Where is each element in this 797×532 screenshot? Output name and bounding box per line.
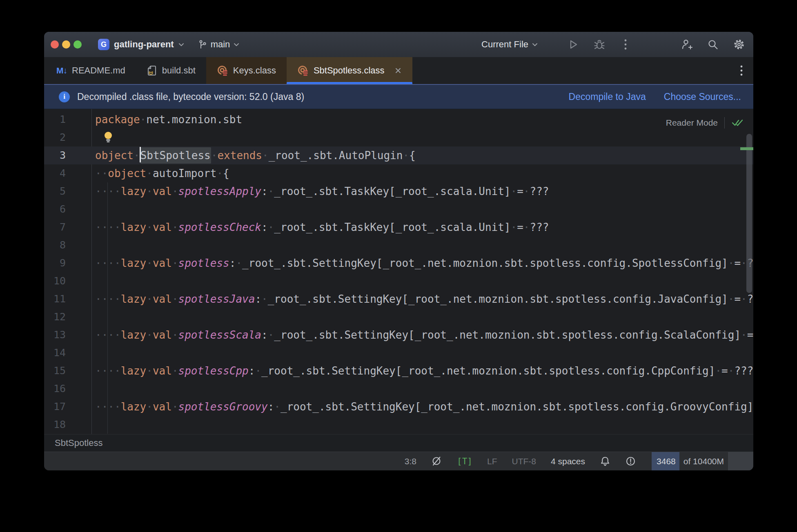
more-actions-button[interactable] <box>619 38 632 51</box>
line-number[interactable]: 3 <box>44 146 91 164</box>
code-line[interactable]: 12 <box>44 308 753 326</box>
error-stripe-mark[interactable] <box>740 147 753 150</box>
code-line[interactable]: 10 <box>44 272 753 290</box>
line-number[interactable]: 5 <box>44 182 91 200</box>
search-everywhere-button[interactable] <box>707 38 719 51</box>
notifications-bell-icon <box>600 456 610 467</box>
code-line-text: ····lazy·val·spotlessApply:·_root_.sbt.T… <box>91 182 549 200</box>
tab-sbtspotless-class[interactable]: SbtSpotless.class <box>287 57 412 84</box>
code-line-text <box>91 344 95 362</box>
indent-widget[interactable]: 4 spaces <box>551 452 585 470</box>
project-icon: G <box>98 39 109 50</box>
code-line[interactable]: 8 <box>44 236 753 254</box>
more-icon <box>740 65 743 76</box>
code-line[interactable]: 1package·net.moznion.sbt <box>44 111 753 129</box>
code-line[interactable]: 4··object·autoImport·{ <box>44 164 753 182</box>
code-line[interactable]: 14 <box>44 344 753 362</box>
zoom-window-button[interactable] <box>73 40 82 49</box>
title-bar: G gatling-parent main Curre <box>44 32 753 57</box>
line-number[interactable]: 6 <box>44 200 91 218</box>
run-configuration-selector[interactable]: Current File <box>481 39 538 50</box>
choose-sources-link[interactable]: Choose Sources... <box>664 91 741 102</box>
reader-mode-label: Reader Mode <box>666 114 718 132</box>
branch-name: main <box>211 39 230 50</box>
code-line[interactable]: 6 <box>44 200 753 218</box>
code-line[interactable]: 16 <box>44 380 753 398</box>
line-number[interactable]: 2 <box>44 129 91 146</box>
line-number[interactable]: 9 <box>44 254 91 272</box>
caret-position-widget[interactable]: 3:8 <box>405 452 416 470</box>
line-number[interactable]: 8 <box>44 236 91 254</box>
line-number[interactable]: 18 <box>44 416 91 434</box>
code-with-me-button[interactable] <box>681 38 693 51</box>
notifications-button[interactable] <box>600 452 610 470</box>
highlighting-level-widget[interactable] <box>431 452 442 470</box>
debug-icon <box>594 39 605 50</box>
line-number[interactable]: 13 <box>44 326 91 344</box>
divider <box>724 117 725 129</box>
memory-total: of 10400M <box>679 457 728 466</box>
line-number[interactable]: 1 <box>44 111 91 129</box>
code-line-text <box>91 308 95 326</box>
code-line[interactable]: 9····lazy·val·spotless:·_root_.sbt.Setti… <box>44 254 753 272</box>
inspections-ok-icon[interactable] <box>731 118 744 127</box>
decompiled-class-icon <box>217 65 228 76</box>
vcs-branch-widget[interactable]: main <box>198 39 240 50</box>
code-line[interactable]: 2 <box>44 129 753 146</box>
ide-window: G gatling-parent main Curre <box>44 32 753 470</box>
code-line[interactable]: 17····lazy·val·spotlessGroovy:·_root_.sb… <box>44 398 753 416</box>
code-line[interactable]: 15····lazy·val·spotlessCpp:·_root_.sbt.S… <box>44 362 753 380</box>
code-line[interactable]: 11····lazy·val·spotlessJava:·_root_.sbt.… <box>44 290 753 308</box>
close-window-button[interactable] <box>51 40 59 49</box>
code-line[interactable]: 18 <box>44 416 753 434</box>
encoding-widget[interactable]: UTF-8 <box>512 452 536 470</box>
debug-button[interactable] <box>593 38 606 51</box>
chevron-down-icon <box>178 43 184 47</box>
project-widget[interactable]: G gatling-parent <box>98 39 184 50</box>
translation-widget[interactable]: [T] <box>457 452 472 470</box>
decompiler-banner: i Decompiled .class file, bytecode versi… <box>44 84 753 109</box>
line-number[interactable]: 12 <box>44 308 91 326</box>
close-icon <box>394 67 402 74</box>
vertical-scrollbar[interactable] <box>746 134 752 293</box>
warning-circle-icon <box>625 456 636 467</box>
line-ending-widget[interactable]: LF <box>487 452 497 470</box>
code-line-text <box>91 272 95 290</box>
code-line[interactable]: 5····lazy·val·spotlessApply:·_root_.sbt.… <box>44 182 753 200</box>
code-line[interactable]: 13····lazy·val·spotlessScala:·_root_.sbt… <box>44 326 753 344</box>
code-line-text <box>91 200 95 218</box>
active-tab-indicator <box>287 82 412 84</box>
settings-button[interactable] <box>733 38 745 51</box>
line-number[interactable]: 10 <box>44 272 91 290</box>
code-line-text: ····lazy·val·spotlessCpp:·_root_.sbt.Set… <box>91 362 753 380</box>
breadcrumb-item[interactable]: SbtSpotless <box>55 438 102 448</box>
info-icon: i <box>59 91 70 102</box>
minimize-window-button[interactable] <box>62 40 70 49</box>
close-tab-button[interactable] <box>394 67 402 74</box>
code-line[interactable]: 3object·SbtSpotless·extends·_root_.sbt.A… <box>44 146 753 164</box>
tab-build-sbt[interactable]: build.sbt <box>136 57 206 84</box>
code-line-text <box>91 380 95 398</box>
code-line-text: package·net.moznion.sbt <box>91 111 242 129</box>
intention-bulb-icon[interactable] <box>103 131 113 143</box>
memory-indicator[interactable]: 3468 of 10400M <box>652 452 753 470</box>
code-editor[interactable]: 1package·net.moznion.sbt2 3object·SbtSpo… <box>44 109 753 434</box>
sbt-file-icon <box>147 65 157 76</box>
problems-widget[interactable] <box>625 452 636 470</box>
tab-keys-class[interactable]: Keys.class <box>206 57 287 84</box>
line-number[interactable]: 7 <box>44 218 91 236</box>
tab-readme-md[interactable]: M↓ README.md <box>46 57 136 84</box>
line-number[interactable]: 15 <box>44 362 91 380</box>
markdown-icon: M↓ <box>56 66 67 75</box>
line-number[interactable]: 4 <box>44 164 91 182</box>
run-button[interactable] <box>567 38 579 51</box>
line-number[interactable]: 16 <box>44 380 91 398</box>
line-number[interactable]: 11 <box>44 290 91 308</box>
line-number[interactable]: 17 <box>44 398 91 416</box>
code-line-text <box>91 236 95 254</box>
tab-list-button[interactable] <box>740 65 743 76</box>
code-line[interactable]: 7····lazy·val·spotlessCheck:·_root_.sbt.… <box>44 218 753 236</box>
line-number[interactable]: 14 <box>44 344 91 362</box>
decompile-to-java-link[interactable]: Decompile to Java <box>569 91 646 102</box>
highlighting-level-icon <box>431 456 442 467</box>
